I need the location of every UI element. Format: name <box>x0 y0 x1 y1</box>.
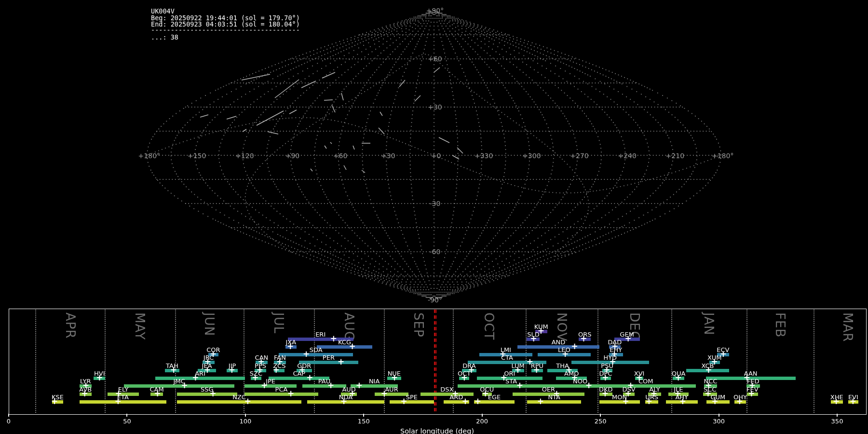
shower-peak-PAU: + <box>327 381 334 390</box>
shower-peak-AUR: + <box>381 390 388 398</box>
map-lon-label: +0 <box>431 152 441 160</box>
x-axis-tick-label: 150 <box>358 418 370 425</box>
month-boundary-line <box>671 310 672 413</box>
shower-peak-OCT: + <box>461 374 468 382</box>
shower-peak-HVI: + <box>96 374 103 382</box>
shower-bar-PCA <box>244 393 318 396</box>
shower-label-CAP: CAP <box>293 370 305 377</box>
map-lon-label: +90 <box>285 152 300 160</box>
map-lat-label: -90° <box>428 296 442 304</box>
shower-peak-NUE: + <box>391 374 398 382</box>
shower-peak-SDA: + <box>303 350 310 358</box>
shower-bar-DSX <box>420 393 474 396</box>
shower-label-STA: STA <box>505 378 517 385</box>
shower-label-ARD: ARD <box>449 393 463 401</box>
x-axis-tick <box>719 414 719 417</box>
shower-bar-JPE <box>244 384 296 388</box>
shower-peak-JXA: + <box>287 342 294 351</box>
x-axis-tick-label: 0 <box>7 418 11 425</box>
x-axis-tick-label: 300 <box>713 418 725 425</box>
shower-peak-ETA: + <box>115 397 122 406</box>
x-axis-tick <box>600 414 601 417</box>
month-label: MAY <box>133 312 147 370</box>
shower-peak-AND: + <box>571 342 578 351</box>
shower-bar-ARI <box>155 377 245 380</box>
map-lat-label: +90° <box>426 7 444 14</box>
shower-peak-SPE: + <box>401 397 407 406</box>
shower-peak-URS: + <box>646 397 652 406</box>
shower-peak-AVB: + <box>81 390 88 398</box>
shower-bar-SPE <box>390 400 434 404</box>
shower-bar-SDA <box>279 353 353 356</box>
month-label: SEP <box>411 312 426 370</box>
shower-peak-XCB: + <box>705 366 712 374</box>
shower-peak-AHY: + <box>679 397 686 406</box>
shower-label-SPE: SPE <box>406 393 418 401</box>
map-lon-label: +120 <box>235 152 254 160</box>
shower-label-PCA: PCA <box>275 386 288 393</box>
map-lon-label: +270 <box>570 152 588 160</box>
shower-bar-NZC <box>177 400 301 404</box>
shower-peak-NOO: + <box>585 381 592 390</box>
shower-peak-PCA: + <box>287 390 294 398</box>
month-label: FEB <box>773 312 787 370</box>
shower-peak-PER: + <box>338 358 344 366</box>
shower-label-SDA: SDA <box>310 346 323 353</box>
shower-bar-JMC <box>124 384 234 388</box>
shower-bar-KCG <box>317 345 372 349</box>
current-sol-line <box>435 310 436 413</box>
shower-peak-ARI: + <box>192 374 199 382</box>
map-lon-label: +30 <box>381 152 395 160</box>
shower-label-COM: COM <box>638 378 653 385</box>
shower-peak-TAH: + <box>170 366 177 374</box>
shower-peak-JPE: + <box>261 381 268 390</box>
x-axis-tick <box>837 414 838 417</box>
map-lon-label: +210 <box>666 152 684 160</box>
month-boundary-line <box>105 310 106 413</box>
map-lat-label: -30 <box>430 200 441 207</box>
x-axis-tick <box>363 414 364 417</box>
shower-peak-QUA: + <box>675 374 682 382</box>
shower-peak-RPU: + <box>533 366 540 374</box>
shower-peak-NDA: + <box>340 397 347 406</box>
radiant-map-screen: UK004V Beg: 20250922 19:44:01 (sol = 179… <box>0 0 868 434</box>
shower-peak-OHY: + <box>736 397 743 406</box>
shower-label-CTA: CTA <box>501 354 513 361</box>
shower-label-PER: PER <box>323 354 335 361</box>
shower-bar-MON <box>599 400 640 404</box>
shower-peak-CAP: + <box>306 374 313 382</box>
shower-peak-MON: + <box>623 397 629 406</box>
shower-bar-SSG <box>177 393 237 396</box>
map-lon-label: +180° <box>712 152 733 160</box>
shower-label-NTA: NTA <box>548 393 560 401</box>
map-lat-label: -60 <box>430 248 441 256</box>
shower-peak-EVI: + <box>850 397 856 406</box>
map-lat-label: +30 <box>428 103 442 111</box>
x-axis-tick <box>8 414 9 417</box>
month-boundary-line <box>175 310 176 413</box>
current-sol-line <box>434 310 435 413</box>
shower-peak-CAM: + <box>154 390 161 398</box>
month-label: APR <box>63 312 78 370</box>
month-boundary-line <box>35 310 36 413</box>
shower-peak-STA: + <box>516 381 523 390</box>
shower-peak-ERI: + <box>330 335 337 343</box>
shower-peak-ARD: + <box>462 397 469 406</box>
month-boundary-line <box>814 310 814 413</box>
shower-peak-JIP: + <box>229 366 235 374</box>
shower-peak-ORS: + <box>580 335 587 343</box>
shower-peak-EGE: + <box>475 397 481 406</box>
shower-peak-XHE: + <box>833 397 840 406</box>
shower-peak-JMC: + <box>181 381 188 390</box>
x-axis-title: Solar longitude (deg) <box>400 427 474 434</box>
shower-bar-PAU <box>302 384 346 388</box>
shower-peak-KCG: + <box>349 342 356 351</box>
x-axis-tick <box>482 414 483 417</box>
separator: -------------------------------------- <box>151 27 300 34</box>
x-axis-tick-label: 250 <box>595 418 607 425</box>
x-axis-tick-label: 100 <box>239 418 251 425</box>
shower-peak-SLD: + <box>530 335 537 343</box>
x-axis-tick-label: 200 <box>476 418 488 425</box>
x-axis-tick <box>126 414 127 417</box>
shower-peak-DKD: + <box>602 390 609 398</box>
